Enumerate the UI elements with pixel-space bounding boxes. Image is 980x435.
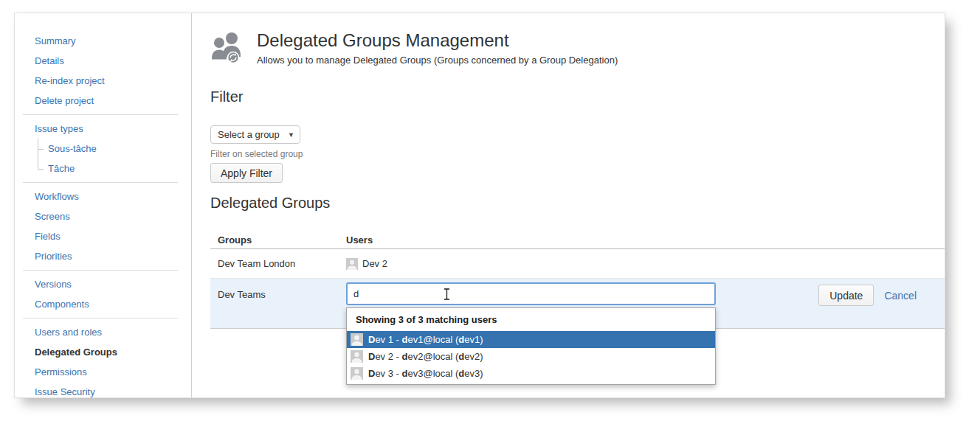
user-avatar-icon [346,258,358,270]
user-picker-item-1[interactable]: Dev 1 - dev1@local (dev1) [347,331,715,348]
user-name: Dev 2 [362,258,387,269]
column-header-groups: Groups [210,234,343,246]
sidebar-item-label: Delegated Groups [35,347,117,358]
sidebar-item-permissions[interactable]: Permissions [15,362,191,382]
sidebar-item-label: Screens [35,211,70,222]
sidebar-item-issue-types[interactable]: Issue types [15,119,191,139]
sidebar-item-summary[interactable]: Summary [15,31,191,51]
page-header-text: Delegated Groups Management Allows you t… [257,30,618,66]
user-avatar-icon [351,333,363,346]
group-name: Dev Teams [210,279,343,300]
page-subtitle: Allows you to manage Delegated Groups (G… [257,55,618,66]
sidebar-item-label: Priorities [35,251,72,262]
settings-card: SummaryDetailsRe-index projectDelete pro… [14,13,945,398]
user-picker-items: Dev 1 - dev1@local (dev1)Dev 2 - dev2@lo… [347,331,715,382]
sidebar-item-label: Tâche [48,163,75,174]
page-header: Delegated Groups Management Allows you t… [210,30,945,66]
apply-filter-button[interactable]: Apply Filter [210,163,283,183]
column-header-users: Users [343,234,945,246]
user-picker-item-2[interactable]: Dev 2 - dev2@local (dev2) [347,348,715,365]
sidebar-item-fields[interactable]: Fields [15,226,191,246]
table-header-row: Groups Users [210,231,945,249]
sidebar-item-users-and-roles[interactable]: Users and roles [15,322,191,342]
sidebar-nav: SummaryDetailsRe-index projectDelete pro… [15,13,192,397]
sidebar-item-label: Issue Security [35,386,95,397]
sidebar-item-label: Versions [35,279,72,290]
sidebar-item-details[interactable]: Details [15,51,191,71]
sidebar-item-re-index-project[interactable]: Re-index project [15,71,191,91]
user-avatar-icon [351,367,363,380]
sidebar-item-label: Components [35,299,89,310]
user-picker-item-3[interactable]: Dev 3 - dev3@local (dev3) [347,365,715,382]
sidebar-item-issue-security[interactable]: Issue Security [15,382,191,402]
group-select-value: Select a group [218,129,280,140]
user-picker-dropdown: Showing 3 of 3 matching users Dev 1 - de… [346,307,716,385]
sidebar-item-delegated-groups[interactable]: Delegated Groups [15,342,191,362]
user-search-input[interactable] [346,282,716,305]
sidebar-item-workflows[interactable]: Workflows [15,187,191,206]
delegated-groups-table: Groups Users Dev Team London Dev 2 [210,231,945,329]
table-row-editing: Dev Teams Showing 3 of 3 matching users … [210,279,945,329]
sidebar-item-label: Details [35,55,64,66]
main-content: Delegated Groups Management Allows you t… [192,13,945,397]
sidebar-item-t-che[interactable]: Tâche [15,159,191,178]
group-select[interactable]: Select a group ▼ [210,125,300,144]
sidebar-item-label: Users and roles [35,327,102,338]
user-picker-wrapper: Showing 3 of 3 matching users Dev 1 - de… [346,282,716,305]
sidebar-item-label: Fields [35,231,61,242]
page-title: Delegated Groups Management [257,30,618,51]
update-button[interactable]: Update [818,285,874,306]
sidebar-separator [23,318,178,319]
delegated-groups-icon [210,30,244,64]
sidebar-item-label: Sous-tâche [48,143,97,154]
filter-helper-text: Filter on selected group [210,149,945,159]
filter-heading: Filter [210,88,945,105]
table-row: Dev Team London Dev 2 [210,249,945,279]
sidebar-item-label: Re-index project [35,75,105,86]
sidebar-item-sous-t-che[interactable]: Sous-tâche [15,139,191,159]
sidebar-item-priorities[interactable]: Priorities [15,246,191,266]
row-actions: Update Cancel [818,285,945,306]
delegated-groups-heading: Delegated Groups [210,195,945,212]
user-avatar-icon [351,350,363,363]
sidebar-item-versions[interactable]: Versions [15,274,191,294]
sidebar-item-label: Permissions [35,366,87,377]
user-picker-item-label: Dev 2 - dev2@local (dev2) [368,351,483,362]
cancel-link[interactable]: Cancel [884,290,917,302]
sidebar-item-screens[interactable]: Screens [15,206,191,226]
group-name: Dev Team London [210,258,343,269]
user-chip: Dev 2 [346,258,945,270]
user-picker-item-label: Dev 3 - dev3@local (dev3) [368,368,483,379]
sidebar-separator [23,270,178,271]
sidebar-item-label: Issue types [35,123,83,134]
chevron-down-icon: ▼ [288,131,294,139]
sidebar-separator [23,182,178,183]
sidebar-item-label: Workflows [35,191,79,202]
sidebar-item-label: Delete project [35,95,94,106]
user-picker-item-label: Dev 1 - dev1@local (dev1) [368,334,483,345]
sidebar-item-label: Summary [35,35,76,46]
sidebar-item-components[interactable]: Components [15,294,191,314]
sidebar-item-delete-project[interactable]: Delete project [15,91,191,111]
sidebar-separator [23,114,178,115]
user-picker-count: Showing 3 of 3 matching users [347,308,715,331]
